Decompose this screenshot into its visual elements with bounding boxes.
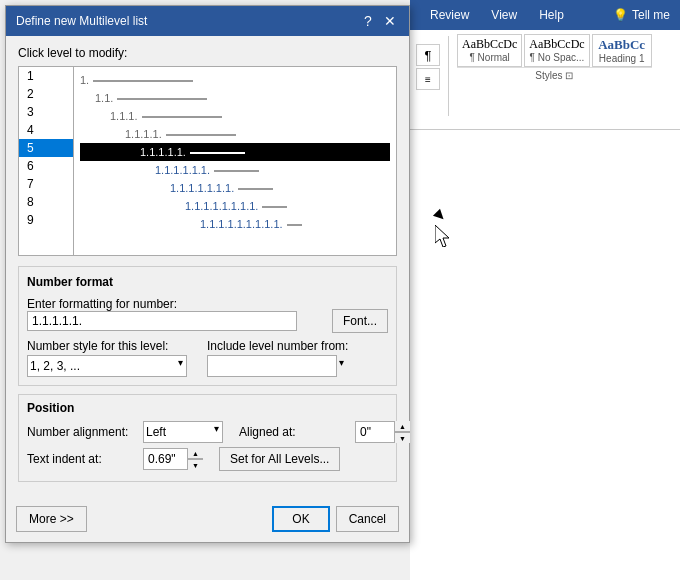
level-item-1[interactable]: 1 [19,67,73,85]
para-mark-btn[interactable]: ¶ [416,44,440,66]
style-no-spacing-name: ¶ No Spac... [529,52,584,63]
text-indent-up[interactable]: ▲ [188,448,203,459]
text-indent-spinner: ▲ ▼ [143,448,203,470]
preview-row-3: 1.1.1. [80,107,390,125]
ribbon-divider [448,36,449,116]
text-indent-label: Text indent at: [27,452,137,466]
include-level-col: Include level number from: [207,339,348,377]
close-button[interactable]: ✕ [381,12,399,30]
styles-expand-icon[interactable]: ⊡ [565,70,573,81]
level-preview: 1. 1.1. 1.1.1. 1.1.1.1. 1.1.1.1.1. 1.1.1… [74,67,396,255]
aligned-at-spinner: ▲ ▼ [355,421,410,443]
style-normal-name: ¶ Normal [462,52,517,63]
level-item-6[interactable]: 6 [19,157,73,175]
tell-me-label[interactable]: Tell me [632,8,670,22]
number-format-title: Number format [27,275,388,289]
dialog-footer: More >> OK Cancel [6,500,409,542]
text-indent-down[interactable]: ▼ [188,459,203,470]
styles-section: AaBbCcDc ¶ Normal AaBbCcDc ¶ No Spac... … [457,34,652,83]
dialog-titlebar: Define new Multilevel list ? ✕ [6,6,409,36]
number-alignment-select[interactable]: Left [143,421,223,443]
styles-divider: Styles ⊡ [457,67,652,83]
text-indent-row: Text indent at: ▲ ▼ Set for All Levels..… [27,447,388,471]
position-title: Position [27,401,388,415]
tab-view[interactable]: View [481,4,527,26]
preview-row-8: 1.1.1.1.1.1.1.1. [80,197,390,215]
level-list: 1 2 3 4 5 6 7 8 9 [19,67,74,255]
text-indent-spinner-btns: ▲ ▼ [187,448,203,470]
format-col: Enter formatting for number: [27,297,326,331]
format-row: Enter formatting for number: Font... [27,295,388,333]
number-style-wrapper: 1, 2, 3, ... [27,355,187,377]
ok-button[interactable]: OK [272,506,329,532]
level-list-container: 1 2 3 4 5 6 7 8 9 1. 1.1. 1.1.1. [18,66,397,256]
preview-row-1: 1. [80,71,390,89]
include-level-wrapper [207,355,348,377]
position-section: Position Number alignment: Left Aligned … [18,394,397,482]
tab-review[interactable]: Review [420,4,479,26]
number-alignment-wrapper: Left [143,421,223,443]
aligned-at-spinner-btns: ▲ ▼ [394,421,410,443]
help-button[interactable]: ? [359,12,377,30]
number-style-label: Number style for this level: [27,339,187,353]
preview-row-9: 1.1.1.1.1.1.1.1.1. [80,215,390,233]
preview-row-6: 1.1.1.1.1.1. [80,161,390,179]
include-level-select[interactable] [207,355,337,377]
include-level-label: Include level number from: [207,339,348,353]
set-for-all-levels-button[interactable]: Set for All Levels... [219,447,340,471]
enter-format-label: Enter formatting for number: [27,297,326,311]
align-left-btn[interactable]: ≡ [416,68,440,90]
styles-label: Styles [535,70,562,81]
ribbon-body: ¶ ≡ AaBbCcDc ¶ Normal AaBbCcDc ¶ No Spac… [410,30,680,130]
tell-me-icon: 💡 [613,8,628,22]
tab-help[interactable]: Help [529,4,574,26]
ribbon-tabs: Review View Help 💡 Tell me [410,0,680,30]
preview-row-2: 1.1. [80,89,390,107]
level-item-2[interactable]: 2 [19,85,73,103]
dialog-title: Define new Multilevel list [16,14,147,28]
level-item-9[interactable]: 9 [19,211,73,229]
para-area: ¶ ≡ [416,34,440,90]
preview-row-4: 1.1.1.1. [80,125,390,143]
aligned-at-up[interactable]: ▲ [395,421,410,432]
more-button[interactable]: More >> [16,506,87,532]
format-input[interactable] [27,311,297,331]
dialog-body: Click level to modify: 1 2 3 4 5 6 7 8 9… [6,36,409,500]
level-item-4[interactable]: 4 [19,121,73,139]
number-style-col: Number style for this level: 1, 2, 3, ..… [27,339,187,377]
style-items: AaBbCcDc ¶ Normal AaBbCcDc ¶ No Spac... … [457,34,652,67]
style-no-spacing[interactable]: AaBbCcDc ¶ No Spac... [524,34,589,67]
level-item-3[interactable]: 3 [19,103,73,121]
click-level-label: Click level to modify: [18,46,397,60]
aligned-at-label: Aligned at: [239,425,349,439]
level-number-row: Number style for this level: 1, 2, 3, ..… [27,339,388,377]
style-heading1-name: Heading 1 [597,53,647,64]
cancel-button[interactable]: Cancel [336,506,399,532]
font-button[interactable]: Font... [332,309,388,333]
alignment-row: Number alignment: Left Aligned at: ▲ ▼ [27,421,388,443]
preview-row-5: 1.1.1.1.1. [80,143,390,161]
level-item-5[interactable]: 5 [19,139,73,157]
style-heading1[interactable]: AaBbCc Heading 1 [592,34,652,67]
ribbon-area: Review View Help 💡 Tell me ¶ ≡ AaBbCcDc … [410,0,680,580]
number-format-section: Number format Enter formatting for numbe… [18,266,397,386]
tell-me-area: 💡 Tell me [613,8,670,22]
number-style-select[interactable]: 1, 2, 3, ... [27,355,187,377]
titlebar-buttons: ? ✕ [359,12,399,30]
level-item-7[interactable]: 7 [19,175,73,193]
aligned-at-down[interactable]: ▼ [395,432,410,443]
number-alignment-label: Number alignment: [27,425,137,439]
level-item-8[interactable]: 8 [19,193,73,211]
style-normal[interactable]: AaBbCcDc ¶ Normal [457,34,522,67]
dialog: Define new Multilevel list ? ✕ Click lev… [5,5,410,543]
preview-row-7: 1.1.1.1.1.1.1. [80,179,390,197]
